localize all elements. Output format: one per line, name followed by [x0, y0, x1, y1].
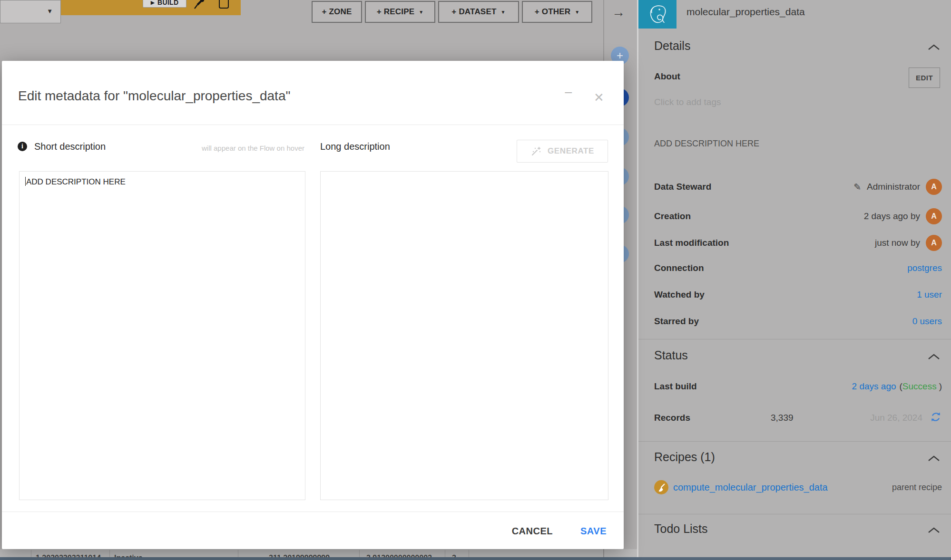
- recipe-row: compute_molecular_properties_data parent…: [654, 479, 942, 495]
- paren-close: ): [939, 381, 942, 392]
- dataset-title: molecular_properties_data: [686, 6, 805, 18]
- data-steward-row: Data Steward ✎ Administrator A: [654, 179, 942, 195]
- recipes-section-header[interactable]: Recipes (1): [654, 450, 715, 464]
- pin-icon[interactable]: [193, 0, 206, 11]
- generate-button-label: GENERATE: [548, 146, 594, 156]
- starred-by-label: Starred by: [654, 316, 699, 327]
- info-icon: i: [18, 142, 27, 151]
- prepare-recipe-icon: [654, 480, 668, 494]
- add-recipe-label: + RECIPE: [377, 7, 415, 17]
- modal-footer: CANCEL SAVE: [512, 526, 607, 537]
- modal-header-divider: [2, 125, 624, 125]
- section-divider: [638, 339, 951, 339]
- todo-section-header[interactable]: Todo Lists: [654, 522, 708, 536]
- build-button-label: BUILD: [157, 0, 178, 6]
- add-recipe-button[interactable]: + RECIPE ▼: [365, 1, 435, 23]
- avatar[interactable]: A: [926, 179, 942, 195]
- starred-by-row: Starred by 0 users: [654, 315, 942, 328]
- postgresql-icon: [638, 0, 676, 29]
- tags-placeholder[interactable]: Click to add tags: [654, 97, 721, 107]
- avatar[interactable]: A: [926, 235, 942, 251]
- watched-by-link[interactable]: 1 user: [917, 290, 942, 300]
- watched-by-row: Watched by 1 user: [654, 289, 942, 301]
- minimize-icon[interactable]: −: [564, 85, 573, 101]
- chevron-up-icon[interactable]: [928, 527, 940, 533]
- details-sidebar: molecular_properties_data Details About …: [638, 0, 951, 557]
- records-value: 3,339: [771, 413, 794, 423]
- recipe-role: parent recipe: [892, 483, 942, 492]
- edit-button-label: EDIT: [916, 74, 933, 82]
- records-date: Jun 26, 2024: [870, 413, 922, 423]
- section-divider: [638, 514, 951, 514]
- chevron-down-icon: ▼: [419, 10, 423, 15]
- short-description-hint: will appear on the Flow on hover: [202, 144, 304, 152]
- last-build-time-link[interactable]: 2 days ago: [852, 381, 896, 392]
- selected-dataset-action-bar: ▶ BUILD: [61, 0, 241, 15]
- records-label: Records: [654, 413, 690, 423]
- plus-icon: +: [617, 49, 623, 62]
- creation-value: 2 days ago by: [864, 211, 920, 222]
- chevron-up-icon[interactable]: [928, 455, 940, 462]
- data-steward-label: Data Steward: [654, 182, 711, 192]
- details-section-header[interactable]: Details: [654, 39, 690, 53]
- add-zone-button[interactable]: + ZONE: [312, 1, 362, 23]
- edit-button[interactable]: EDIT: [909, 68, 940, 88]
- chevron-up-icon[interactable]: [928, 44, 940, 50]
- add-zone-label: + ZONE: [322, 7, 352, 17]
- cancel-button[interactable]: CANCEL: [512, 526, 553, 537]
- connection-link[interactable]: postgres: [907, 263, 942, 273]
- last-modification-row: Last modification just now by A: [654, 235, 942, 251]
- add-other-label: + OTHER: [535, 7, 571, 17]
- status-section-header[interactable]: Status: [654, 348, 688, 362]
- short-description-label: Short description: [34, 141, 106, 152]
- chevron-down-icon: ▼: [575, 10, 579, 15]
- last-modification-label: Last modification: [654, 238, 729, 248]
- collapse-panel-arrow-icon[interactable]: →: [612, 5, 625, 20]
- chevron-down-icon: ▼: [501, 10, 506, 15]
- close-icon[interactable]: ✕: [594, 90, 604, 105]
- last-build-label: Last build: [654, 381, 697, 392]
- recipe-link[interactable]: compute_molecular_properties_data: [673, 482, 828, 493]
- build-button[interactable]: ▶ BUILD: [143, 0, 186, 8]
- modal-title: Edit metadata for "molecular_properties_…: [18, 88, 290, 104]
- watched-by-label: Watched by: [654, 290, 705, 300]
- generate-button[interactable]: GENERATE: [517, 140, 608, 163]
- last-modification-value: just now by: [875, 238, 920, 248]
- refresh-icon[interactable]: [930, 411, 942, 425]
- save-button[interactable]: SAVE: [580, 526, 607, 537]
- creation-label: Creation: [654, 211, 691, 222]
- records-row: Records 3,339 Jun 26, 2024: [654, 411, 942, 425]
- avatar[interactable]: A: [926, 208, 942, 224]
- short-description-input[interactable]: ADD DESCRIPTION HERE: [19, 171, 305, 500]
- play-icon: ▶: [151, 0, 155, 6]
- dataset-description[interactable]: ADD DESCRIPTION HERE: [654, 139, 759, 149]
- last-build-result: Success: [902, 381, 937, 392]
- chevron-down-icon: ▼: [47, 8, 53, 15]
- data-steward-value[interactable]: Administrator: [867, 182, 920, 192]
- long-description-label: Long description: [320, 141, 390, 152]
- chevron-up-icon[interactable]: [928, 353, 940, 360]
- copy-icon[interactable]: [219, 0, 229, 9]
- connection-row: Connection postgres: [654, 262, 942, 274]
- flow-zoom-dropdown[interactable]: ▼: [0, 0, 61, 23]
- magic-wand-icon: [530, 145, 542, 157]
- starred-by-link[interactable]: 0 users: [912, 316, 942, 327]
- section-divider: [638, 441, 951, 442]
- text-cursor: [25, 177, 26, 186]
- app-screen: ▼ ▶ BUILD + ZONE + RECIPE ▼ + DATASET ▼ …: [0, 0, 951, 560]
- edit-metadata-modal: Edit metadata for "molecular_properties_…: [2, 61, 624, 549]
- long-description-input[interactable]: [320, 171, 608, 500]
- connection-label: Connection: [654, 263, 704, 273]
- last-build-row: Last build 2 days ago ( Success ): [654, 380, 942, 393]
- bottom-bar: [0, 557, 951, 560]
- short-description-value: ADD DESCRIPTION HERE: [26, 177, 126, 186]
- add-dataset-label: + DATASET: [451, 7, 496, 17]
- add-other-button[interactable]: + OTHER ▼: [522, 1, 592, 23]
- add-dataset-button[interactable]: + DATASET ▼: [438, 1, 519, 23]
- creation-row: Creation 2 days ago by A: [654, 208, 942, 224]
- about-label: About: [654, 71, 680, 82]
- pencil-icon[interactable]: ✎: [853, 182, 861, 193]
- modal-footer-divider: [2, 512, 624, 512]
